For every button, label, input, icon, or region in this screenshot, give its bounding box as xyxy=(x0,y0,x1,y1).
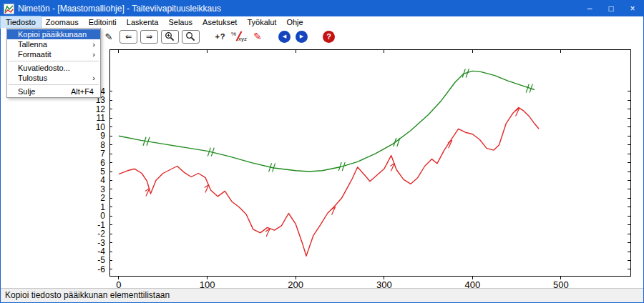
menu-separator xyxy=(9,61,99,61)
point-arrow-icon xyxy=(265,229,270,232)
y-tick-label: -1 xyxy=(97,220,105,230)
menu-item-tallenna[interactable]: Tallenna › xyxy=(7,39,100,49)
y-tick-label: 12 xyxy=(96,104,106,114)
y-tick-label: 1 xyxy=(100,202,105,212)
menubar-item-editointi[interactable]: Editointi xyxy=(84,16,122,28)
app-window: Nimetön - [Maastomalliohje] - Taiteviiva… xyxy=(0,0,644,303)
menubar-item-asetukset[interactable]: Asetukset xyxy=(197,16,242,28)
menu-item-tulostus[interactable]: Tulostus › xyxy=(7,73,100,83)
zoom-window-icon[interactable] xyxy=(182,30,200,44)
menubar-item-zoomaus[interactable]: Zoomaus xyxy=(41,16,84,28)
upper-profile-green-line xyxy=(119,71,535,172)
y-tick-label: 9 xyxy=(100,131,105,141)
y-tick-label: 11 xyxy=(97,113,106,123)
point-arrow-icon xyxy=(145,188,150,191)
menu-item-kopioi-paaikkunaan[interactable]: Kopioi pääikkunaan xyxy=(7,29,100,39)
minimize-button[interactable]: – xyxy=(579,1,600,16)
point-arrow-icon xyxy=(449,140,452,148)
zoom-in-icon[interactable] xyxy=(161,30,179,44)
y-tick-label: 4 xyxy=(100,175,105,185)
submenu-arrow-icon: › xyxy=(92,73,95,83)
point-arrow-icon xyxy=(332,207,336,215)
point-arrow-icon xyxy=(146,188,150,196)
step-forward-icon[interactable]: ▶ xyxy=(296,31,308,43)
point-arrow-icon xyxy=(331,207,336,210)
lower-profile-red-line xyxy=(119,107,539,256)
y-tick-label: 8 xyxy=(100,140,105,150)
menubar-item-tyokalut[interactable]: Työkalut xyxy=(242,16,281,28)
station-hash-icon xyxy=(466,69,469,77)
step-back-icon[interactable]: ◀ xyxy=(278,31,291,43)
menu-item-kuvatiedosto[interactable]: Kuvatiedosto... xyxy=(7,63,100,73)
point-arrow-icon xyxy=(391,164,394,172)
station-hash-icon xyxy=(208,148,210,157)
y-tick-label: 5 xyxy=(100,167,105,177)
menu-item-label: Tallenna xyxy=(18,40,47,49)
menubar-item-laskenta[interactable]: Laskenta xyxy=(122,16,164,28)
menu-item-label: Formaatit xyxy=(18,50,51,59)
y-tick-label: 3 xyxy=(100,184,105,194)
point-arrow-icon xyxy=(390,164,394,167)
station-hash-icon xyxy=(397,138,400,146)
station-hash-icon xyxy=(143,137,146,146)
close-button[interactable]: × xyxy=(622,1,643,16)
station-hash-icon xyxy=(147,137,150,146)
maximize-button[interactable]: □ xyxy=(600,1,622,16)
point-arrow-icon xyxy=(266,229,270,237)
y-tick-label: 2 xyxy=(100,193,105,203)
y-tick-label: 10 xyxy=(96,122,106,132)
statusbar: Kopioi tiedosto pääikkunan elementtilist… xyxy=(1,288,643,302)
y-tick-label: 6 xyxy=(100,158,105,168)
y-tick-label: -3 xyxy=(97,238,105,248)
xyz-glyph: xyz xyxy=(238,36,247,41)
plot-frame xyxy=(109,49,630,276)
station-hash-icon xyxy=(269,163,272,172)
y-tick-label: 0 xyxy=(100,211,105,221)
window-title: Nimetön - [Maastomalliohje] - Taiteviiva… xyxy=(18,4,221,14)
red-pen-icon[interactable]: ✎ xyxy=(250,29,265,44)
menu-item-sulje[interactable]: Sulje Alt+F4 xyxy=(7,86,100,96)
menu-item-label: Sulje xyxy=(18,87,35,96)
help-icon[interactable]: ? xyxy=(323,31,335,43)
menu-item-formaatit[interactable]: Formaatit › xyxy=(7,49,100,59)
y-tick-label: -5 xyxy=(97,255,105,265)
menubar-item-selaus[interactable]: Selaus xyxy=(163,16,197,28)
edit-pen-icon[interactable]: ✎ xyxy=(101,29,117,44)
point-arrow-icon xyxy=(516,108,519,116)
submenu-arrow-icon: › xyxy=(92,39,95,49)
y-tick-label: -4 xyxy=(97,247,105,257)
station-hash-icon xyxy=(273,163,275,172)
station-hash-icon xyxy=(342,162,345,171)
station-hash-icon xyxy=(211,148,214,157)
point-arrow-icon xyxy=(205,184,209,192)
view-next-icon[interactable]: ⇒ xyxy=(140,30,158,44)
titlebar[interactable]: Nimetön - [Maastomalliohje] - Taiteviiva… xyxy=(1,1,643,16)
menubar-item-ohje[interactable]: Ohje xyxy=(281,16,308,28)
y-tick-label: 7 xyxy=(100,149,105,159)
magnifier-icon xyxy=(185,31,196,42)
view-previous-icon[interactable]: ⇐ xyxy=(119,30,137,44)
menu-item-label: Kopioi pääikkunaan xyxy=(18,30,87,39)
file-menu: Kopioi pääikkunaan Tallenna › Formaatit … xyxy=(6,28,101,98)
query-point-icon[interactable]: +? xyxy=(213,29,228,44)
menu-separator xyxy=(9,84,99,85)
magnifier-plus-icon xyxy=(165,31,175,42)
menu-item-label: Tulostus xyxy=(18,74,47,82)
point-arrow-icon xyxy=(448,140,452,143)
app-icon xyxy=(4,4,14,14)
station-hash-icon xyxy=(530,84,532,93)
menubar: Tiedosto Zoomaus Editointi Laskenta Sela… xyxy=(1,16,643,28)
submenu-arrow-icon: › xyxy=(92,49,95,59)
statusbar-text: Kopioi tiedosto pääikkunan elementtilist… xyxy=(5,290,170,300)
window-controls: – □ × xyxy=(579,1,643,16)
station-hash-icon xyxy=(338,162,341,171)
y-tick-label: -2 xyxy=(97,229,105,239)
coordinate-values-icon[interactable]: % xyz xyxy=(231,29,247,44)
left-double-arrow-icon: ⇐ xyxy=(125,32,132,41)
y-tick-label: -6 xyxy=(97,264,105,274)
menubar-item-tiedosto[interactable]: Tiedosto xyxy=(1,16,41,28)
point-arrow-icon xyxy=(515,108,519,111)
menu-item-label: Kuvatiedosto... xyxy=(18,64,70,72)
menu-item-shortcut: Alt+F4 xyxy=(71,86,94,96)
station-hash-icon xyxy=(462,69,465,77)
